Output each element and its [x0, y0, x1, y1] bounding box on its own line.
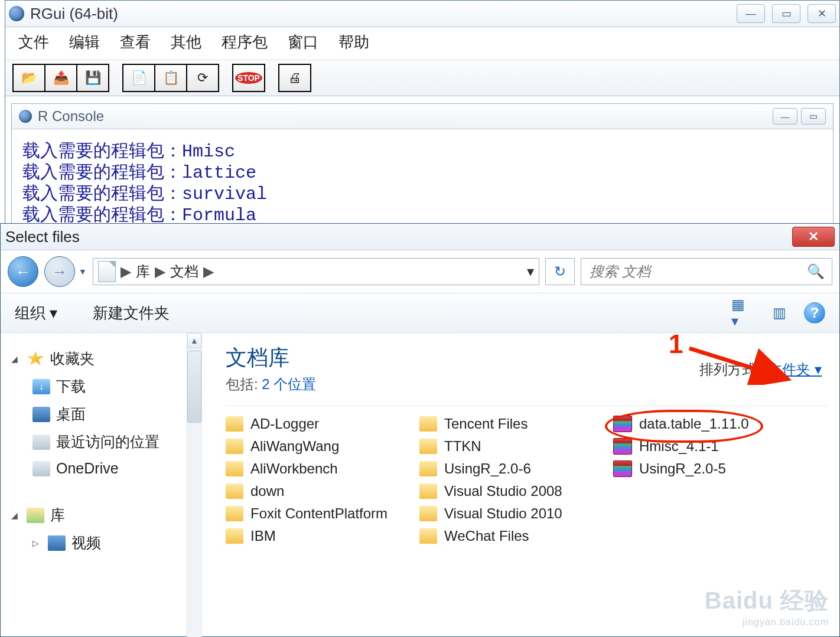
library-icon: [27, 508, 44, 523]
desktop-icon: [32, 407, 50, 422]
dialog-close-button[interactable]: ✕: [792, 227, 835, 247]
includes-link[interactable]: 2 个位置: [262, 376, 316, 392]
rgui-title: RGui (64-bit): [30, 5, 118, 23]
chevron-right-icon: ▶: [155, 263, 165, 280]
rgui-titlebar[interactable]: RGui (64-bit) — ▭ ✕: [5, 1, 839, 27]
folder-item[interactable]: AD-Logger: [226, 416, 403, 432]
nav-libraries[interactable]: ◢ 库: [9, 501, 198, 529]
file-open-dialog: Select files ✕ ← → ▼ ▶ 库 ▶ 文档 ▶ ▾ ↻ 🔍 组织…: [0, 223, 840, 637]
sort-by: 排列方式: 文件夹 ▾: [699, 360, 822, 379]
sort-by-dropdown[interactable]: 文件夹 ▾: [768, 361, 822, 377]
archive-item[interactable]: UsingR_2.0-5: [613, 460, 790, 477]
menu-window[interactable]: 窗口: [288, 32, 318, 53]
expand-icon[interactable]: ▷: [32, 538, 42, 548]
minimize-button[interactable]: —: [737, 4, 765, 23]
collapse-icon[interactable]: ◢: [11, 354, 21, 364]
archive-icon: [613, 460, 632, 477]
folder-item[interactable]: AliWangWang: [226, 438, 403, 455]
close-button[interactable]: ✕: [808, 4, 836, 23]
menu-view[interactable]: 查看: [120, 32, 151, 53]
annotation-number: 1: [669, 329, 683, 359]
dialog-titlebar[interactable]: Select files ✕: [1, 224, 839, 250]
rgui-window: RGui (64-bit) — ▭ ✕ 文件 编辑 查看 其他 程序包 窗口 帮…: [5, 0, 840, 253]
crumb-libraries[interactable]: 库: [136, 262, 150, 281]
dialog-body: ◢ 收藏夹 下载 桌面 最近访问的位置 On: [1, 333, 839, 637]
open-button[interactable]: 📂: [12, 64, 45, 92]
refresh-button[interactable]: ↻: [545, 258, 575, 285]
nav-history-dropdown[interactable]: ▼: [79, 267, 87, 276]
search-box[interactable]: 🔍: [581, 258, 832, 285]
crumb-documents[interactable]: 文档: [170, 262, 198, 281]
folder-item[interactable]: IBM: [226, 528, 403, 544]
menu-file[interactable]: 文件: [18, 32, 49, 53]
folder-item[interactable]: WeChat Files: [419, 528, 597, 544]
maximize-button[interactable]: ▭: [772, 4, 800, 23]
file-column: AD-Logger AliWangWang AliWorkbench down …: [226, 416, 403, 544]
nav-scrollbar[interactable]: ▲: [187, 333, 201, 637]
folder-item[interactable]: TTKN: [419, 438, 597, 455]
preview-pane-button[interactable]: ▥: [767, 302, 791, 324]
nav-onedrive[interactable]: OneDrive: [30, 456, 198, 481]
crumb-dropdown[interactable]: ▾: [527, 263, 534, 280]
archive-item[interactable]: Hmisc_4.1-1: [613, 438, 790, 455]
nav-videos[interactable]: ▷ 视频: [30, 529, 198, 557]
nav-favorites[interactable]: ◢ 收藏夹: [9, 345, 198, 373]
console-minimize-button[interactable]: —: [773, 108, 797, 125]
folder-icon: [226, 484, 243, 499]
print-button[interactable]: 🖨: [278, 64, 311, 92]
folder-item[interactable]: UsingR_2.0-6: [419, 460, 597, 477]
collapse-icon[interactable]: ◢: [11, 511, 21, 520]
folder-item[interactable]: Visual Studio 2008: [419, 483, 597, 499]
folder-icon: [419, 528, 437, 544]
menu-edit[interactable]: 编辑: [69, 32, 100, 53]
new-folder-button[interactable]: 新建文件夹: [93, 303, 170, 324]
save-button[interactable]: 💾: [76, 64, 109, 92]
scroll-up-icon[interactable]: ▲: [187, 333, 201, 348]
menu-other[interactable]: 其他: [171, 32, 201, 53]
paste-button[interactable]: 📋: [154, 64, 187, 92]
stop-button[interactable]: STOP: [232, 64, 265, 92]
archive-item-highlighted[interactable]: data.table_1.11.0: [613, 416, 790, 432]
help-button[interactable]: ?: [804, 302, 825, 324]
navigation-row: ← → ▼ ▶ 库 ▶ 文档 ▶ ▾ ↻ 🔍: [1, 250, 839, 293]
nav-back-button[interactable]: ←: [8, 256, 38, 287]
copy-button[interactable]: 📄: [122, 64, 155, 92]
nav-downloads[interactable]: 下载: [30, 373, 198, 400]
search-icon[interactable]: 🔍: [807, 263, 825, 280]
watermark: Baidu 经验 jingyan.baidu.com: [705, 584, 829, 628]
folder-icon: [226, 461, 243, 476]
folder-item[interactable]: Visual Studio 2010: [419, 505, 597, 522]
folder-item[interactable]: AliWorkbench: [226, 460, 403, 477]
folder-item[interactable]: Tencent Files: [419, 416, 597, 432]
dialog-title: Select files: [5, 228, 80, 246]
menu-bar: 文件 编辑 查看 其他 程序包 窗口 帮助: [5, 27, 839, 60]
breadcrumb[interactable]: ▶ 库 ▶ 文档 ▶ ▾: [93, 258, 539, 285]
file-column: data.table_1.11.0 Hmisc_4.1-1 UsingR_2.0…: [613, 416, 790, 544]
star-icon: [27, 351, 44, 367]
toolbar: 📂 📤 💾 📄 📋 ⟳ STOP 🖨: [5, 60, 839, 96]
folder-item[interactable]: down: [226, 483, 403, 499]
nav-desktop[interactable]: 桌面: [30, 400, 198, 428]
search-input[interactable]: [588, 263, 807, 280]
scroll-thumb[interactable]: [187, 351, 201, 423]
menu-help[interactable]: 帮助: [338, 32, 369, 53]
r-console-titlebar[interactable]: R Console — ▭: [12, 104, 833, 129]
view-options-button[interactable]: ▦ ▾: [731, 302, 754, 324]
downloads-icon: [32, 379, 50, 394]
archive-icon: [613, 438, 632, 455]
folder-icon: [226, 416, 243, 432]
organize-menu[interactable]: 组织 ▾: [15, 303, 57, 324]
nav-recent[interactable]: 最近访问的位置: [30, 428, 198, 456]
separator: [226, 406, 828, 406]
chevron-right-icon: ▶: [121, 263, 131, 280]
folder-icon: [419, 461, 437, 476]
refresh-button[interactable]: ⟳: [186, 64, 219, 92]
source-button[interactable]: 📤: [44, 64, 77, 92]
folder-item[interactable]: Foxit ContentPlatform: [226, 505, 403, 522]
menu-packages[interactable]: 程序包: [222, 32, 268, 53]
onedrive-icon: [32, 461, 50, 476]
nav-forward-button[interactable]: →: [44, 256, 75, 287]
console-maximize-button[interactable]: ▭: [801, 108, 826, 125]
video-icon: [48, 535, 66, 551]
r-console-title: R Console: [38, 108, 104, 125]
